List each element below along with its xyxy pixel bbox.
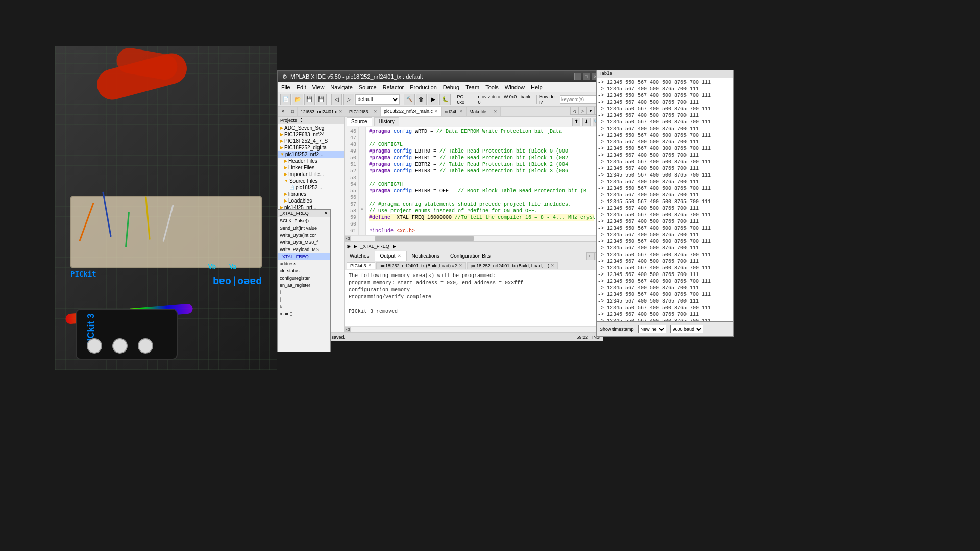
menu-window[interactable]: Window bbox=[502, 82, 528, 92]
output-close[interactable]: ✕ bbox=[398, 254, 401, 258]
menu-view[interactable]: View bbox=[309, 82, 328, 92]
out-scroll-left[interactable]: ◁ bbox=[345, 327, 351, 332]
xtal-j[interactable]: j bbox=[278, 296, 330, 303]
minimize-button[interactable]: _ bbox=[574, 73, 581, 80]
output-maximize[interactable]: □ bbox=[586, 252, 595, 260]
tree-pic18f252-4[interactable]: ▶ PIC18F252_4_7_S bbox=[278, 138, 344, 144]
h-scroll-thumb[interactable] bbox=[375, 236, 474, 241]
tab-12f683-close[interactable]: ✕ bbox=[339, 109, 342, 114]
tab-config-bits[interactable]: Configuration Bits bbox=[445, 251, 496, 261]
tab-list-button[interactable]: ▼ bbox=[586, 107, 595, 115]
config-dropdown[interactable]: default bbox=[355, 94, 400, 105]
output-panel: Watches Output ✕ Notifications Configura… bbox=[345, 251, 603, 332]
tab-nrf24h-close[interactable]: ✕ bbox=[459, 109, 463, 114]
project-panel-options[interactable]: ⋮ bbox=[299, 118, 304, 123]
output-line-6: PICkit 3 removed bbox=[349, 308, 593, 315]
tree-source-files[interactable]: ▼ Source Files bbox=[278, 178, 344, 184]
new-file-button[interactable]: 📄 bbox=[280, 94, 291, 105]
number-row-22: -> 12345 550 567 400 500 8765 700 111 bbox=[598, 225, 732, 232]
nav-xtal[interactable]: _XTAL_FREQ bbox=[360, 244, 389, 249]
editor-tool-2[interactable]: ⬇ bbox=[582, 118, 591, 126]
tab-makefile-close[interactable]: ✕ bbox=[494, 109, 497, 114]
tab-pic12f83[interactable]: PIC12f83... ✕ bbox=[346, 107, 381, 116]
build1-close[interactable]: ✕ bbox=[459, 263, 462, 268]
run-button[interactable]: ▶ bbox=[428, 94, 438, 105]
build2-tab[interactable]: pic18f252_nrf24l01_tx (Build, Load, ...)… bbox=[467, 262, 558, 269]
number-row-11: -> 12345 567 400 500 8765 700 111 bbox=[598, 152, 732, 159]
newline-select[interactable]: Newline bbox=[638, 325, 666, 333]
bank-label: n ov z dc c : W:0x0 : bank 0 bbox=[478, 94, 532, 105]
xtal-k[interactable]: k bbox=[278, 303, 330, 310]
xtal-write-byte-ms8[interactable]: Write_Byte_MS8_f bbox=[278, 239, 330, 246]
xtal-freq-item[interactable]: _XTAL_FREQ bbox=[278, 253, 330, 260]
xtal-configuregister[interactable]: configuregister bbox=[278, 274, 330, 282]
tab-watches[interactable]: Watches bbox=[345, 251, 375, 261]
menu-file[interactable]: File bbox=[278, 82, 293, 92]
tree-pic18f252-nrf[interactable]: ▼ pic18f252_nrf2... bbox=[278, 151, 344, 158]
tree-pic18f252-file[interactable]: 📄 pic18f252... bbox=[278, 184, 344, 191]
menu-production[interactable]: Production bbox=[407, 82, 440, 92]
menu-tools[interactable]: Tools bbox=[482, 82, 502, 92]
menu-source[interactable]: Source bbox=[356, 82, 380, 92]
tree-pic18f252-d[interactable]: ▶ PIC18F252_digi.ta bbox=[278, 144, 344, 151]
serial-monitor: Show timestamp Newline 9600 baud bbox=[596, 321, 734, 337]
tab-maximize[interactable]: □ bbox=[288, 107, 298, 116]
menu-refactor[interactable]: Refactor bbox=[380, 82, 407, 92]
tab-close-1[interactable]: ✕ bbox=[278, 107, 288, 116]
tree-adc-label: ADC_Seven_Seg bbox=[284, 125, 324, 131]
search-input[interactable] bbox=[560, 95, 601, 104]
tab-scroll-right[interactable]: ▷ bbox=[578, 107, 586, 115]
tab-history[interactable]: History bbox=[374, 117, 399, 126]
tab-main[interactable]: pic18f252_nrf24_main.c ✕ bbox=[381, 107, 442, 116]
menu-team[interactable]: Team bbox=[462, 82, 482, 92]
tree-important[interactable]: ▶ Important.File... bbox=[278, 171, 344, 178]
tab-main-close[interactable]: ✕ bbox=[434, 109, 438, 114]
save-button[interactable]: 💾 bbox=[304, 94, 315, 105]
back-button[interactable]: ◁ bbox=[331, 94, 342, 105]
menu-edit[interactable]: Edit bbox=[293, 82, 309, 92]
xtal-close[interactable]: ✕ bbox=[324, 211, 328, 216]
save-all-button[interactable]: 💾 bbox=[316, 94, 327, 105]
pickit3-tab[interactable]: PICkit 3 ✕ bbox=[347, 262, 375, 269]
xtal-clr-status[interactable]: clr_status bbox=[278, 267, 330, 274]
tab-output[interactable]: Output ✕ bbox=[375, 251, 407, 261]
menu-navigate[interactable]: Navigate bbox=[327, 82, 355, 92]
tree-linker-files[interactable]: ▶ Linker Files bbox=[278, 164, 344, 171]
tree-pic12f683[interactable]: ▶ PIC12F683_nrf24 bbox=[278, 131, 344, 138]
clean-button[interactable]: 🗑 bbox=[416, 94, 427, 105]
tab-scroll-left[interactable]: ◁ bbox=[570, 107, 578, 115]
xtal-send-bit[interactable]: Send_Bit(int value bbox=[278, 224, 330, 232]
number-row-26: -> 12345 550 567 400 500 8765 700 111 bbox=[598, 252, 732, 258]
tab-nrf24h[interactable]: nrf24h ✕ bbox=[442, 107, 467, 116]
menu-debug[interactable]: Debug bbox=[440, 82, 462, 92]
editor-tool-1[interactable]: ⬆ bbox=[572, 118, 580, 126]
forward-button[interactable]: ▷ bbox=[343, 94, 354, 105]
tree-libraries[interactable]: ▶ libraries bbox=[278, 191, 344, 197]
debug-button[interactable]: 🐛 bbox=[439, 94, 450, 105]
build2-close[interactable]: ✕ bbox=[551, 263, 554, 268]
baud-select[interactable]: 9600 baud bbox=[670, 325, 703, 333]
menu-help[interactable]: Help bbox=[528, 82, 546, 92]
xtal-en-aa[interactable]: en_aa_register bbox=[278, 282, 330, 289]
tab-makefile[interactable]: Makefile-... ✕ bbox=[467, 107, 501, 116]
tab-pic12f83-close[interactable]: ✕ bbox=[374, 109, 377, 114]
tree-header-files[interactable]: ▶ Header Files bbox=[278, 158, 344, 164]
code-content[interactable]: #pragma config WRTD = // Data EEPROM Wri… bbox=[366, 127, 597, 235]
tab-notifications[interactable]: Notifications bbox=[407, 251, 445, 261]
xtal-write-payload[interactable]: Write_Payload_MS bbox=[278, 246, 330, 253]
build-button[interactable]: 🔨 bbox=[404, 94, 414, 105]
build1-tab[interactable]: pic18f252_nrf24l01_tx (Build,Load) #2 ✕ bbox=[376, 262, 466, 269]
tree-loadables[interactable]: ▶ Loadables bbox=[278, 197, 344, 204]
pickit3-close[interactable]: ✕ bbox=[368, 263, 372, 268]
maximize-button[interactable]: □ bbox=[583, 73, 590, 80]
xtal-main[interactable]: main() bbox=[278, 310, 330, 317]
open-button[interactable]: 📂 bbox=[292, 94, 303, 105]
xtal-write-byte[interactable]: Write_Byte(int cor bbox=[278, 232, 330, 239]
tab-source[interactable]: Source bbox=[347, 117, 372, 126]
tree-adc[interactable]: ▶ ADC_Seven_Seg bbox=[278, 124, 344, 131]
tab-12f683[interactable]: 12f683_nrf24l01.c ✕ bbox=[298, 107, 346, 116]
xtal-address[interactable]: address bbox=[278, 260, 330, 267]
code-editor[interactable]: 46 47 48 49 50 51 52 53 54 55 56 57 58 5… bbox=[345, 127, 603, 235]
xtal-i[interactable]: i bbox=[278, 289, 330, 296]
xtal-sclk[interactable]: SCLK_Pulse() bbox=[278, 217, 330, 224]
